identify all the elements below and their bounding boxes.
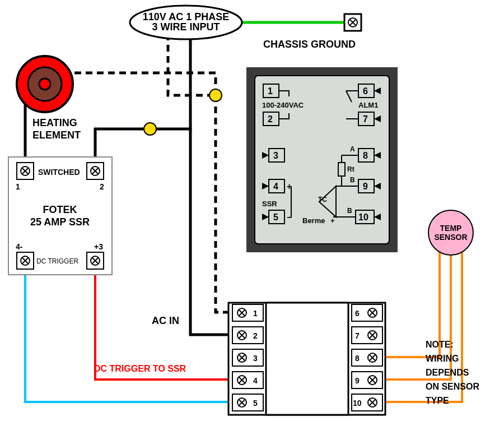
junction-mid	[144, 123, 156, 135]
note-5: TYPE	[426, 396, 449, 405]
wiring-diagram: 110V AC 1 PHASE 3 WIRE INPUT CHASSIS GRO…	[0, 0, 504, 421]
plate-vac: 100-240VAC	[262, 101, 304, 109]
plate-t7: 7	[363, 114, 368, 124]
note-2: WIRING	[426, 354, 459, 363]
plate-ssr: SSR	[262, 200, 277, 208]
tb-n5: 5	[253, 399, 258, 408]
plate-b1: B	[350, 176, 355, 184]
plate-t1: 1	[268, 86, 273, 96]
ssr-dc-trigger-label: DC TRIGGER	[36, 257, 78, 265]
plate-berme-plus: +	[330, 216, 335, 225]
tb-n4: 4	[253, 376, 258, 385]
ssr-switched-label: SWITCHED	[38, 168, 80, 177]
wire-dc-minus	[25, 263, 235, 402]
chassis-ground-terminal	[344, 14, 361, 31]
tb-n7: 7	[355, 331, 360, 340]
plate-t4: 4	[273, 182, 278, 191]
temp-sensor-l1: TEMP	[440, 224, 462, 233]
heater-label1: HEATING	[32, 117, 77, 128]
ssr-title2: 25 AMP SSR	[30, 216, 90, 228]
plate-t9: 9	[363, 182, 368, 191]
ssr-title1: FOTEK	[43, 204, 77, 215]
temp-sensor-l2: SENSOR	[434, 233, 467, 242]
power-line1: 110V AC 1 PHASE	[143, 11, 229, 22]
ssr-terminal-4	[17, 252, 34, 269]
plate-rt: Rt	[347, 165, 354, 173]
plate-t2: 2	[268, 114, 273, 124]
wire-hot-main	[150, 34, 190, 129]
ac-in-label: AC IN	[152, 315, 179, 326]
tb-n2: 2	[253, 331, 258, 340]
tb-n9: 9	[355, 376, 360, 385]
junction-top	[209, 89, 222, 101]
note-4: ON SENSOR	[426, 382, 479, 391]
tb-n8: 8	[355, 354, 360, 363]
tb-n10: 10	[353, 399, 362, 408]
tb-n3: 3	[253, 354, 258, 363]
ssr-terminal-1	[17, 163, 34, 179]
plate-b2: B	[347, 207, 352, 215]
plate-t10: 10	[358, 212, 368, 222]
power-line2: 3 WIRE INPUT	[152, 21, 220, 33]
plate-berme: Berme	[302, 216, 325, 225]
svg-rect-46	[338, 163, 345, 176]
controller-label-plate: 1 2 100-240VAC 3 4 + 5 − SSR	[246, 67, 398, 252]
dc-trigger-to-ssr-label: DC TRIGGER TO SSR	[94, 364, 186, 373]
plate-t8: 8	[363, 151, 368, 160]
temp-sensor: TEMP SENSOR	[428, 210, 473, 255]
ssr-t1-num: 1	[16, 182, 20, 191]
note-1: NOTE:	[426, 340, 454, 349]
ssr-terminal-3	[87, 252, 104, 269]
svg-rect-53	[266, 303, 348, 415]
tb-n6: 6	[355, 309, 360, 318]
ssr-t3-num: +3	[94, 242, 103, 251]
ssr-terminal-2	[87, 163, 104, 179]
plate-t6: 6	[363, 86, 368, 96]
ssr-t4-num: 4-	[16, 242, 23, 251]
ssr-t2-num: 2	[100, 182, 104, 191]
svg-point-6	[39, 78, 50, 90]
wire-neutral-to-t1	[216, 95, 235, 312]
plate-a: A	[350, 145, 355, 153]
plate-t5: 5	[273, 212, 278, 222]
plate-tc: TC	[318, 196, 327, 203]
heating-element	[17, 56, 73, 112]
tb-n1: 1	[253, 309, 258, 318]
terminal-block: 1 2 3 4 5 6 7 8	[228, 303, 385, 415]
ssr-box: SWITCHED 1 2 FOTEK 25 AMP SSR 4- +3 DC T…	[8, 157, 112, 275]
note-3: DEPENDS	[426, 368, 469, 377]
plate-alm1: ALM1	[358, 101, 378, 109]
chassis-ground-label: CHASSIS GROUND	[263, 39, 356, 50]
heater-label2: ELEMENT	[32, 129, 81, 141]
plate-t3: 3	[273, 151, 278, 160]
